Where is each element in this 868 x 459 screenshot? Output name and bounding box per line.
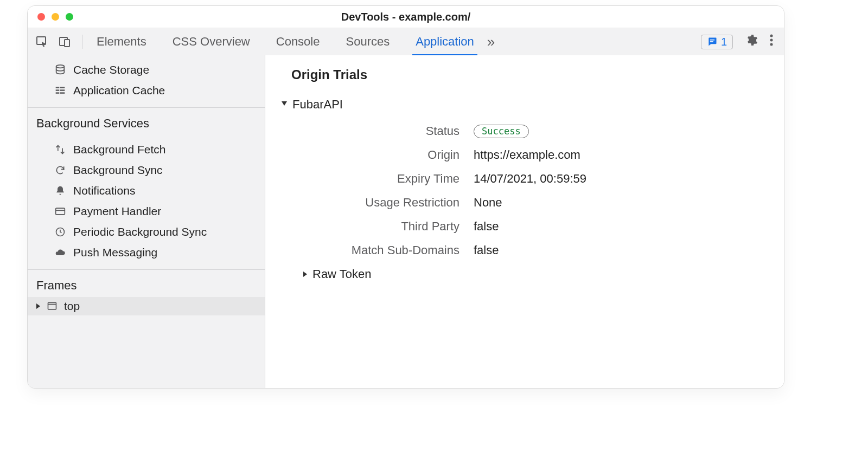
more-tabs-button[interactable]: » — [474, 34, 495, 50]
svg-rect-15 — [56, 208, 65, 215]
window-icon — [46, 301, 59, 312]
usage-value: None — [474, 196, 502, 210]
settings-icon[interactable] — [745, 34, 758, 50]
devtools-toolbar: Elements CSS Overview Console Sources Ap… — [28, 28, 784, 56]
application-sidebar: Cache Storage Application Cache Backgrou… — [28, 55, 265, 388]
panel-title: Origin Trials — [291, 67, 784, 82]
titlebar: DevTools - example.com/ — [28, 6, 784, 28]
sidebar-item-background-fetch[interactable]: Background Fetch — [28, 139, 265, 160]
minimize-button[interactable] — [52, 13, 59, 21]
svg-point-5 — [770, 35, 773, 37]
svg-rect-3 — [710, 40, 714, 41]
issues-badge[interactable]: 1 — [701, 35, 733, 49]
svg-rect-11 — [56, 89, 60, 91]
raw-token-label: Raw Token — [312, 267, 371, 281]
tab-console[interactable]: Console — [276, 28, 320, 55]
svg-rect-14 — [60, 92, 65, 94]
panel-tabs: Elements CSS Overview Console Sources Ap… — [97, 28, 474, 55]
expiry-label: Expiry Time — [291, 172, 474, 186]
origin-value: https://example.com — [474, 148, 580, 162]
frame-top[interactable]: top — [28, 297, 265, 315]
cloud-icon — [54, 247, 67, 258]
svg-point-6 — [770, 39, 773, 42]
svg-rect-4 — [710, 41, 713, 42]
sub-domains-label: Match Sub-Domains — [291, 243, 474, 257]
tab-elements[interactable]: Elements — [97, 28, 146, 55]
device-toggle-icon[interactable] — [58, 35, 71, 48]
transfer-icon — [54, 144, 67, 155]
sidebar-item-label: Background Fetch — [73, 141, 165, 158]
expiry-value: 14/07/2021, 00:59:59 — [474, 172, 586, 186]
sidebar-item-label: Cache Storage — [73, 62, 149, 78]
third-party-value: false — [474, 219, 499, 234]
svg-rect-13 — [56, 92, 60, 94]
raw-token-row[interactable]: Raw Token — [303, 267, 784, 281]
chat-icon — [707, 36, 718, 47]
sidebar-item-periodic-bg-sync[interactable]: Periodic Background Sync — [28, 222, 265, 242]
sidebar-item-label: Periodic Background Sync — [73, 224, 207, 240]
sidebar-item-cache-storage[interactable]: Cache Storage — [28, 60, 265, 80]
trial-name: FubarAPI — [292, 98, 343, 112]
sidebar-item-notifications[interactable]: Notifications — [28, 180, 265, 201]
third-party-label: Third Party — [291, 219, 474, 234]
database-icon — [54, 64, 67, 76]
tab-css-overview[interactable]: CSS Overview — [173, 28, 250, 55]
window-title: DevTools - example.com/ — [28, 11, 784, 23]
expand-triangle-icon[interactable] — [36, 303, 40, 309]
window-controls — [28, 13, 73, 21]
status-label: Status — [291, 124, 474, 138]
close-button[interactable] — [37, 13, 45, 21]
tab-application[interactable]: Application — [416, 28, 474, 55]
issues-count: 1 — [721, 36, 727, 48]
usage-label: Usage Restriction — [291, 196, 474, 210]
svg-rect-2 — [65, 40, 69, 47]
sync-icon — [54, 165, 67, 176]
clock-icon — [54, 227, 67, 237]
sidebar-item-label: Background Sync — [73, 162, 163, 178]
grid-icon — [54, 85, 67, 96]
inspect-icon[interactable] — [35, 35, 48, 48]
sidebar-item-background-sync[interactable]: Background Sync — [28, 160, 265, 180]
svg-rect-12 — [60, 89, 65, 91]
origin-trials-panel: Origin Trials FubarAPI Status Success Or… — [265, 55, 784, 388]
tab-sources[interactable]: Sources — [346, 28, 390, 55]
sidebar-item-application-cache[interactable]: Application Cache — [28, 80, 265, 101]
trial-row[interactable]: FubarAPI — [282, 98, 784, 112]
sub-domains-value: false — [474, 243, 499, 257]
sidebar-section-frames[interactable]: Frames — [28, 270, 265, 297]
sidebar-item-label: Payment Handler — [73, 203, 161, 219]
credit-card-icon — [54, 206, 67, 217]
frame-label: top — [64, 300, 80, 313]
sidebar-item-push-messaging[interactable]: Push Messaging — [28, 242, 265, 263]
expand-triangle-icon[interactable] — [303, 271, 307, 277]
svg-rect-18 — [48, 302, 56, 309]
svg-rect-10 — [60, 87, 65, 88]
sidebar-item-label: Push Messaging — [73, 244, 157, 261]
svg-point-7 — [770, 43, 773, 46]
sidebar-item-payment-handler[interactable]: Payment Handler — [28, 201, 265, 222]
sidebar-section-background-services[interactable]: Background Services — [28, 108, 265, 135]
svg-rect-9 — [56, 87, 60, 88]
bell-icon — [54, 185, 67, 196]
toolbar-separator — [82, 35, 82, 49]
sidebar-item-label: Notifications — [73, 183, 135, 199]
status-badge: Success — [474, 125, 529, 138]
sidebar-item-label: Application Cache — [73, 82, 165, 99]
collapse-triangle-icon[interactable] — [282, 101, 287, 108]
kebab-menu-icon[interactable] — [770, 34, 773, 50]
maximize-button[interactable] — [66, 13, 73, 21]
svg-point-8 — [56, 65, 65, 68]
devtools-window: DevTools - example.com/ Elements CSS Ove… — [27, 5, 784, 389]
origin-label: Origin — [291, 148, 474, 162]
